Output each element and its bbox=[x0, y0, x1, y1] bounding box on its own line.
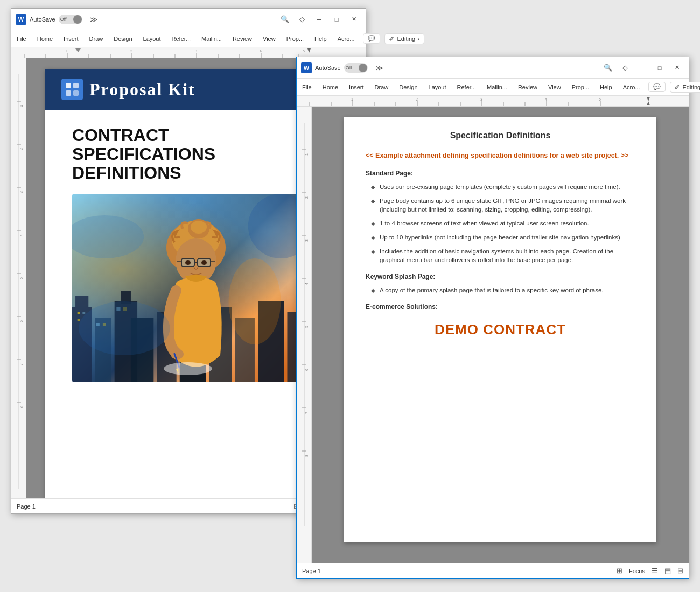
ribbon-design-back[interactable]: Design bbox=[111, 34, 134, 43]
svg-rect-38 bbox=[73, 83, 79, 88]
front-doc-content: Specification Definitions << Example att… bbox=[344, 117, 656, 351]
autosave-label-front: AutoSave bbox=[315, 65, 341, 71]
doc-area-front: 1 2 3 4 5 6 7 8 bbox=[297, 107, 689, 563]
standard-page-label: Standard Page: bbox=[366, 170, 635, 177]
document-page-front: Specification Definitions << Example att… bbox=[344, 117, 656, 542]
word-icon-back: W bbox=[16, 14, 26, 25]
svg-text:1: 1 bbox=[19, 105, 23, 107]
comment-btn-back[interactable]: 💬 bbox=[363, 33, 380, 44]
ribbon-front: File Home Insert Draw Design Layout Refe… bbox=[297, 79, 689, 96]
keyword-label: Keyword Splash Page: bbox=[366, 273, 635, 280]
ribbon-view-back[interactable]: View bbox=[261, 34, 278, 43]
close-btn-front[interactable]: ✕ bbox=[669, 60, 684, 75]
svg-text:4: 4 bbox=[260, 49, 262, 53]
ribbon-view-front[interactable]: View bbox=[546, 83, 563, 91]
editing-btn-front[interactable]: ✏ Editing › bbox=[670, 82, 700, 93]
svg-text:1: 1 bbox=[66, 49, 68, 53]
svg-rect-37 bbox=[66, 83, 71, 88]
side-ruler-back: 1 2 3 4 5 6 7 8 bbox=[11, 58, 26, 498]
toggle-knob-front bbox=[359, 64, 367, 72]
svg-text:8: 8 bbox=[305, 455, 309, 457]
ribbon-insert-back[interactable]: Insert bbox=[61, 34, 81, 43]
bullet-diamond-4: ◆ bbox=[371, 234, 375, 242]
page-indicator-front: Page 1 bbox=[302, 568, 321, 574]
ribbon-mailings-front[interactable]: Mailin... bbox=[485, 83, 509, 91]
status-icon2-front[interactable]: ☰ bbox=[652, 567, 658, 575]
ribbon-draw-front[interactable]: Draw bbox=[373, 83, 391, 91]
close-btn-back[interactable]: ✕ bbox=[346, 12, 361, 27]
ribbon-design-front[interactable]: Design bbox=[397, 83, 419, 91]
svg-text:4: 4 bbox=[545, 97, 547, 101]
svg-text:5: 5 bbox=[599, 97, 601, 101]
ribbon-help-back[interactable]: Help bbox=[312, 34, 329, 43]
ribbon-file-front[interactable]: File bbox=[300, 83, 314, 91]
bullet-diamond-k1: ◆ bbox=[371, 287, 375, 294]
ribbon-layout-back[interactable]: Layout bbox=[141, 34, 163, 43]
title-bar-back: W AutoSave Off ≫ 🔍 ◇ ─ □ ✕ bbox=[11, 9, 366, 30]
bullet-text-4: Up to 10 hyperlinks (not including the p… bbox=[380, 233, 620, 242]
bullet-text-2: Page body contains up to 6 unique static… bbox=[380, 196, 635, 214]
ribbon-file-back[interactable]: File bbox=[15, 34, 29, 43]
autosave-toggle-back[interactable]: Off bbox=[59, 15, 82, 24]
ribbon-draw-back[interactable]: Draw bbox=[87, 34, 106, 43]
ribbon-help-front[interactable]: Help bbox=[598, 83, 614, 91]
search-icon-back[interactable]: 🔍 bbox=[277, 12, 292, 27]
minimize-btn-back[interactable]: ─ bbox=[312, 12, 327, 27]
bullet-item-2: ◆ Page body contains up to 6 unique stat… bbox=[371, 196, 635, 214]
ribbon-proofing-back[interactable]: Prop... bbox=[284, 34, 306, 43]
focus-label-front[interactable]: Focus bbox=[629, 568, 645, 574]
page-indicator-back: Page 1 bbox=[17, 503, 36, 510]
search-icon-front[interactable]: 🔍 bbox=[600, 60, 615, 75]
ribbon-insert-front[interactable]: Insert bbox=[347, 83, 366, 91]
minimize-btn-front[interactable]: ─ bbox=[635, 60, 650, 75]
status-icon1-front[interactable]: ⊞ bbox=[617, 567, 622, 575]
status-icon4-front[interactable]: ⊟ bbox=[677, 567, 683, 575]
ribbon-acrobat-back[interactable]: Acro... bbox=[335, 34, 357, 43]
ruler-front: 1 2 3 4 5 bbox=[297, 96, 689, 107]
ribbon-review-front[interactable]: Review bbox=[516, 83, 540, 91]
ribbon-mailings-back[interactable]: Mailin... bbox=[199, 34, 224, 43]
svg-text:4: 4 bbox=[305, 283, 309, 285]
illustration bbox=[72, 194, 320, 382]
ribbon-proofing-front[interactable]: Prop... bbox=[570, 83, 591, 91]
pencil-icon-front: ✏ bbox=[673, 82, 682, 91]
diamond-icon-front[interactable]: ◇ bbox=[618, 60, 633, 75]
ribbon-right-front: 💬 ✏ Editing › bbox=[648, 82, 700, 93]
maximize-btn-back[interactable]: □ bbox=[329, 12, 344, 27]
svg-text:2: 2 bbox=[19, 148, 23, 150]
svg-text:3: 3 bbox=[19, 191, 23, 193]
ribbon-references-back[interactable]: Refer... bbox=[170, 34, 193, 43]
proposal-kit-title: Proposal Kit bbox=[89, 80, 195, 100]
status-icon3-front[interactable]: ▤ bbox=[664, 567, 671, 575]
maximize-btn-front[interactable]: □ bbox=[652, 60, 667, 75]
expand-arrows-back[interactable]: ≫ bbox=[90, 15, 98, 24]
svg-point-80 bbox=[229, 258, 281, 344]
doc-scroll-front[interactable]: 1 2 3 4 5 6 7 8 bbox=[297, 107, 689, 563]
keyword-bullet-text-1: A copy of the primary splash page that i… bbox=[380, 286, 604, 294]
title-bar-left-front: W AutoSave Off ≫ bbox=[301, 62, 401, 73]
bullet-diamond-3: ◆ bbox=[371, 220, 375, 228]
ribbon-home-front[interactable]: Home bbox=[320, 83, 340, 91]
autosave-toggle-front[interactable]: Off bbox=[344, 63, 368, 73]
ribbon-acrobat-front[interactable]: Acro... bbox=[621, 83, 642, 91]
expand-arrows-front[interactable]: ≫ bbox=[375, 64, 383, 72]
svg-marker-102 bbox=[647, 101, 650, 105]
pencil-icon-back: ✏ bbox=[388, 34, 397, 43]
title-bar-front: W AutoSave Off ≫ 🔍 ◇ ─ □ ✕ bbox=[297, 57, 689, 79]
svg-text:1: 1 bbox=[305, 153, 309, 156]
demo-contract-text: DEMO CONTRACT bbox=[366, 321, 635, 338]
diamond-icon-back[interactable]: ◇ bbox=[295, 12, 310, 27]
svg-text:7: 7 bbox=[19, 363, 23, 365]
ribbon-layout-front[interactable]: Layout bbox=[426, 83, 449, 91]
svg-text:2: 2 bbox=[130, 49, 132, 53]
editing-chevron-back: › bbox=[417, 36, 419, 42]
toggle-off-label-front: Off bbox=[346, 65, 352, 71]
status-bar-front: Page 1 ⊞ Focus ☰ ▤ ⊟ bbox=[297, 563, 689, 578]
comment-btn-front[interactable]: 💬 bbox=[648, 82, 666, 92]
ribbon-references-front[interactable]: Refer... bbox=[455, 83, 478, 91]
ribbon-home-back[interactable]: Home bbox=[35, 34, 55, 43]
bullet-text-5: Includes the addition of basic navigatio… bbox=[380, 247, 635, 264]
editing-btn-back[interactable]: ✏ Editing › bbox=[384, 33, 424, 44]
ribbon-review-back[interactable]: Review bbox=[230, 34, 254, 43]
autosave-label-back: AutoSave bbox=[30, 16, 55, 23]
